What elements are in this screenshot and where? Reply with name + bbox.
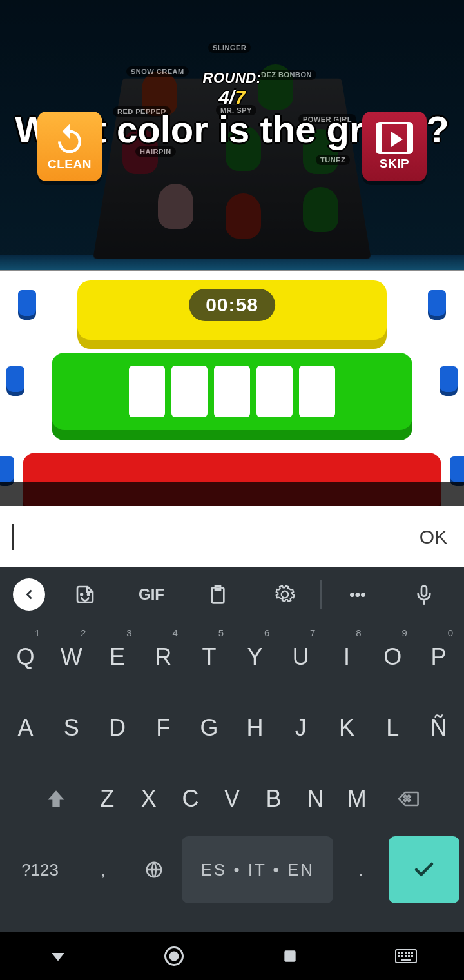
backspace-key[interactable] (380, 765, 436, 832)
film-icon (376, 122, 413, 154)
key-h[interactable]: H (234, 694, 276, 761)
key-row-3: ZXCVBNM (0, 763, 464, 834)
text-input[interactable] (14, 506, 412, 567)
round-label: ROUND: (0, 70, 464, 86)
svg-rect-3 (284, 950, 295, 961)
key-d[interactable]: D (96, 694, 138, 761)
key-f[interactable]: F (142, 694, 184, 761)
space-key[interactable]: ES • IT • EN (182, 836, 333, 903)
peg (0, 456, 14, 482)
keyboard-toolbar: GIF ••• (0, 567, 464, 622)
language-key[interactable] (131, 836, 178, 903)
period-key[interactable]: . (337, 836, 384, 903)
key-r[interactable]: 4R (142, 623, 184, 691)
key-y[interactable]: 6Y (234, 623, 276, 691)
gear-icon (275, 584, 295, 605)
svg-rect-14 (411, 956, 413, 957)
backspace-icon (397, 788, 419, 810)
svg-rect-7 (405, 952, 407, 954)
undo-icon (52, 121, 87, 156)
key-o[interactable]: 9O (372, 623, 414, 691)
comma-label: , (101, 860, 105, 880)
key-t[interactable]: 5T (188, 623, 230, 691)
answer-slab-green[interactable] (52, 353, 412, 430)
fade-strip (0, 482, 464, 506)
svg-rect-6 (401, 952, 403, 954)
gif-button[interactable]: GIF (118, 567, 184, 622)
mic-icon (414, 584, 434, 605)
nav-home[interactable] (160, 942, 188, 970)
clipboard-icon (208, 584, 228, 605)
key-j[interactable]: J (280, 694, 322, 761)
key-row-2: ASDFGHJKLÑ (0, 692, 464, 763)
enter-key[interactable] (389, 836, 459, 903)
key-l[interactable]: L (372, 694, 414, 761)
key-z[interactable]: Z (88, 765, 126, 832)
key-w[interactable]: 2W (50, 623, 92, 691)
key-n[interactable]: N (296, 765, 334, 832)
svg-rect-8 (408, 952, 410, 954)
round-sep: / (229, 86, 235, 108)
key-c[interactable]: C (171, 765, 209, 832)
mic-button[interactable] (391, 567, 458, 622)
letter-slot (171, 366, 208, 417)
nav-back[interactable] (44, 942, 72, 970)
text-input-bar: OK (0, 506, 464, 567)
key-g[interactable]: G (188, 694, 230, 761)
shift-icon (45, 788, 67, 810)
player-tag: TUNEZ (316, 155, 350, 165)
android-nav-bar (0, 932, 464, 980)
key-v[interactable]: V (213, 765, 251, 832)
square-icon (282, 948, 298, 965)
clipboard-button[interactable] (185, 567, 251, 622)
clean-button[interactable]: CLEAN (37, 112, 102, 181)
letter-slot (256, 366, 293, 417)
emoji-key[interactable]: , (79, 836, 126, 903)
round-total: 7 (235, 86, 246, 108)
key-q[interactable]: 1Q (5, 623, 46, 691)
more-button[interactable]: ••• (324, 567, 391, 622)
nav-recent[interactable] (276, 942, 304, 970)
svg-rect-10 (398, 956, 400, 957)
letter-slot (299, 366, 335, 417)
keyboard: GIF ••• 1Q2W3E4R5T6Y7U8I9O0P ASDFGHJKLÑ … (0, 567, 464, 932)
key-x[interactable]: X (130, 765, 168, 832)
triangle-down-icon (48, 946, 68, 966)
sticker-icon (75, 584, 95, 605)
keyboard-collapse-button[interactable] (6, 567, 52, 622)
key-a[interactable]: A (5, 694, 46, 761)
letter-slot (214, 366, 250, 417)
svg-rect-13 (408, 956, 410, 957)
globe-icon (144, 860, 164, 879)
settings-button[interactable] (251, 567, 318, 622)
key-u[interactable]: 7U (280, 623, 322, 691)
timer-pill: 00:58 (189, 289, 275, 321)
key-e[interactable]: 3E (96, 623, 138, 691)
peg (6, 366, 24, 392)
peg (428, 290, 446, 316)
shift-key[interactable] (28, 765, 84, 832)
key-b[interactable]: B (255, 765, 293, 832)
peg (440, 366, 458, 392)
symbols-key[interactable]: ?123 (5, 836, 75, 903)
nav-keyboard-switch[interactable] (392, 942, 420, 970)
ok-button[interactable]: OK (412, 526, 464, 548)
skip-button[interactable]: SKIP (362, 112, 427, 181)
chevron-left-icon (22, 587, 36, 602)
svg-rect-12 (405, 956, 407, 957)
key-ñ[interactable]: Ñ (418, 694, 459, 761)
svg-rect-15 (401, 959, 411, 961)
svg-rect-9 (411, 952, 413, 954)
key-p[interactable]: 0P (418, 623, 459, 691)
peg (18, 290, 36, 316)
peg (450, 456, 464, 482)
key-row-4: ?123 , ES • IT • EN . (0, 834, 464, 905)
svg-rect-11 (401, 956, 403, 957)
letter-slot (129, 366, 165, 417)
key-s[interactable]: S (50, 694, 92, 761)
key-k[interactable]: K (325, 694, 367, 761)
key-i[interactable]: 8I (325, 623, 367, 691)
key-m[interactable]: M (338, 765, 376, 832)
game-area: SLINGER SNOW CREAM DEZ BONBON RED PEPPER… (0, 0, 464, 506)
sticker-button[interactable] (52, 567, 118, 622)
